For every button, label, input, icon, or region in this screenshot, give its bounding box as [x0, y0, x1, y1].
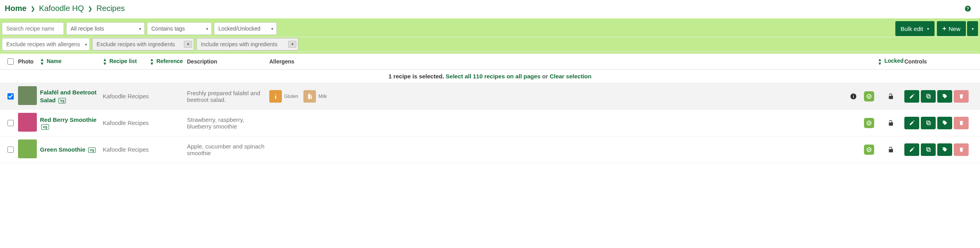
svg-rect-13	[926, 148, 929, 151]
filter-exclude-ingredients-label: Exclude recipes with ingredients	[96, 41, 175, 47]
sort-icon: ▲▼	[878, 58, 882, 65]
edit-button[interactable]	[904, 90, 919, 103]
filter-locked-label: Locked/Unlocked	[218, 25, 260, 32]
unlock-icon[interactable]	[887, 93, 894, 100]
filter-include-ingredients-label: Include recipes with ingredients	[201, 41, 277, 47]
filter-locked[interactable]: Locked/Unlocked ▾	[214, 22, 277, 35]
delete-button[interactable]	[954, 117, 969, 129]
filter-tags-label: Contains tags	[151, 25, 185, 32]
new-label: New	[949, 25, 960, 32]
breadcrumb: Home ❯ Kafoodle HQ ❯ Recipes ?	[0, 0, 980, 18]
info-icon[interactable]	[850, 93, 857, 100]
svg-rect-12	[927, 148, 931, 152]
crumb-org[interactable]: Kafoodle HQ	[38, 4, 86, 13]
crumb-home[interactable]: Home	[3, 4, 28, 13]
bulk-edit-label: Bulk edit	[901, 25, 924, 32]
row-checkbox[interactable]	[7, 93, 14, 100]
clear-selection-link[interactable]: Clear selection	[550, 73, 592, 80]
tag-button[interactable]	[937, 143, 952, 156]
select-all-link[interactable]: Select all 110 recipes on all pages	[446, 73, 541, 80]
status-badge	[864, 145, 874, 155]
recipe-list-value: Kafoodle Recipes	[103, 146, 149, 153]
allergen-label: Milk	[318, 94, 327, 99]
header-reference[interactable]: ▲▼Reference	[150, 58, 187, 65]
filter-recipe-lists[interactable]: All recipe lists ▾	[66, 22, 145, 35]
edit-button[interactable]	[904, 143, 919, 156]
new-button-dropdown[interactable]: ▾	[967, 21, 978, 36]
table-row: Falafél and Beetroot Salad Vg Kafoodle R…	[0, 83, 980, 110]
header-allergens: Allergens	[269, 58, 294, 65]
status-badge	[864, 118, 874, 128]
header-controls: Controls	[904, 58, 927, 65]
chevron-down-icon: ▼	[288, 41, 296, 48]
selection-or: or	[542, 73, 548, 80]
delete-button[interactable]	[954, 143, 969, 156]
delete-button[interactable]	[954, 90, 969, 103]
unlock-icon[interactable]	[887, 146, 894, 153]
chevron-down-icon: ▼	[184, 41, 192, 48]
header-recipe-list[interactable]: ▲▼Recipe list	[103, 58, 150, 65]
diet-badge: Vg	[88, 147, 96, 153]
filter-include-ingredients[interactable]: Include recipes with ingredients ▼	[196, 38, 298, 51]
svg-rect-10	[926, 121, 929, 124]
recipe-photo[interactable]	[18, 86, 37, 105]
svg-rect-3	[853, 96, 854, 98]
help-icon[interactable]: ?	[964, 5, 977, 12]
diet-badge: Vg	[41, 124, 49, 130]
allergen-label: Gluten	[284, 94, 298, 99]
recipe-name-link[interactable]: Red Berry Smoothie	[40, 116, 96, 123]
copy-button[interactable]	[921, 90, 936, 103]
bulk-edit-button[interactable]: Bulk edit ▾	[895, 21, 935, 36]
chevron-down-icon: ▾	[206, 27, 208, 31]
filter-exclude-ingredients[interactable]: Exclude recipes with ingredients ▼	[92, 38, 194, 51]
table-row: Green Smoothie Vg Kafoodle Recipes Apple…	[0, 136, 980, 163]
row-checkbox[interactable]	[7, 120, 14, 126]
copy-button[interactable]	[921, 143, 936, 156]
select-all-checkbox[interactable]	[7, 58, 14, 65]
recipe-description: Freshly prepared falafel and beetroot sa…	[187, 90, 260, 103]
recipe-description: Strawberry, raspberry, blueberry smoothi…	[187, 116, 244, 130]
recipe-description: Apple, cucumber and spinach smoothie	[187, 143, 265, 156]
table-row: Red Berry Smoothie Vg Kafoodle Recipes S…	[0, 110, 980, 136]
crumb-page[interactable]: Recipes	[95, 4, 126, 13]
unlock-icon[interactable]	[887, 119, 894, 127]
recipe-photo[interactable]	[18, 139, 37, 158]
filter-exclude-allergens[interactable]: Exclude recipes with allergens ▾	[2, 38, 90, 51]
table-header: Photo ▲▼Name ▲▼Recipe list ▲▼Reference D…	[0, 54, 980, 70]
header-description: Description	[187, 58, 217, 65]
header-locked[interactable]: ▲▼Locked	[877, 58, 904, 65]
chevron-right-icon: ❯	[85, 5, 95, 12]
svg-rect-6	[927, 95, 931, 98]
search-input[interactable]	[2, 22, 64, 35]
recipe-list-value: Kafoodle Recipes	[103, 93, 149, 100]
filter-tags[interactable]: Contains tags ▾	[147, 22, 212, 35]
header-name[interactable]: ▲▼Name	[40, 58, 103, 65]
svg-rect-7	[926, 94, 929, 98]
chevron-down-icon: ▾	[972, 27, 974, 31]
status-badge	[864, 91, 874, 101]
plus-icon: +	[942, 25, 946, 33]
filter-recipe-lists-label: All recipe lists	[71, 25, 104, 32]
filter-bar: All recipe lists ▾ Contains tags ▾ Locke…	[0, 18, 980, 54]
chevron-down-icon: ▾	[271, 27, 273, 31]
allergen-milk: Milk	[303, 90, 327, 103]
row-checkbox[interactable]	[7, 147, 14, 153]
gluten-icon	[269, 90, 282, 103]
sort-icon: ▲▼	[150, 58, 154, 65]
edit-button[interactable]	[904, 117, 919, 129]
recipe-list-value: Kafoodle Recipes	[103, 119, 149, 126]
milk-icon	[303, 90, 316, 103]
sort-icon: ▲▼	[40, 58, 44, 65]
selection-banner: 1 recipe is selected. Select all 110 rec…	[0, 70, 980, 83]
copy-button[interactable]	[921, 117, 936, 129]
header-photo: Photo	[18, 58, 34, 65]
recipe-photo[interactable]	[18, 113, 37, 132]
recipe-name-link[interactable]: Green Smoothie	[40, 146, 85, 153]
chevron-down-icon: ▾	[85, 42, 87, 47]
new-button[interactable]: + New	[937, 21, 966, 36]
recipe-name-link[interactable]: Falafél and Beetroot Salad	[40, 89, 96, 103]
tag-button[interactable]	[937, 117, 952, 129]
sort-icon: ▲▼	[103, 58, 107, 65]
svg-rect-9	[927, 122, 931, 125]
tag-button[interactable]	[937, 90, 952, 103]
